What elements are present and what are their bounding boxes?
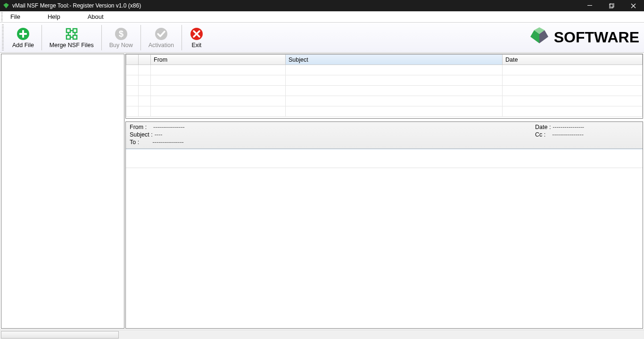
exit-button[interactable]: Exit [183, 24, 210, 52]
detail-subject-value: ---- [155, 131, 163, 138]
toolbar: Add File Merge NSF Files $ Buy Now Activ… [0, 23, 644, 53]
detail-header: From : ---------------- Date : ---------… [126, 122, 643, 149]
column-subject[interactable]: Subject [286, 55, 503, 65]
activation-label: Activation [149, 42, 174, 48]
table-row[interactable] [126, 65, 643, 75]
svg-rect-5 [19, 33, 27, 35]
right-area: From Subject Date From : ---- [125, 54, 643, 329]
svg-rect-0 [587, 5, 592, 6]
detail-to-value: ---------------- [152, 139, 184, 145]
detail-cc-value: ---------------- [552, 131, 584, 138]
buy-now-button[interactable]: $ Buy Now [103, 24, 140, 52]
svg-rect-2 [610, 3, 614, 7]
window-title: vMail NSF Merge Tool:- Register Version … [12, 2, 141, 9]
brand-text: SOFTWARE [554, 29, 639, 46]
svg-rect-8 [66, 35, 70, 39]
menu-file[interactable]: File [4, 11, 27, 22]
merge-button[interactable]: Merge NSF Files [43, 24, 100, 52]
message-grid[interactable]: From Subject Date [125, 54, 643, 119]
table-row[interactable] [126, 106, 643, 117]
merge-label: Merge NSF Files [50, 42, 94, 48]
toolbar-separator [182, 25, 182, 50]
detail-date-value: ---------------- [553, 124, 584, 130]
add-file-button[interactable]: Add File [6, 24, 41, 52]
svg-rect-6 [66, 29, 70, 32]
table-row[interactable] [126, 96, 643, 106]
statusbar [0, 330, 644, 339]
table-row[interactable] [126, 75, 643, 86]
toolbar-grip [2, 24, 4, 51]
minimize-button[interactable] [579, 0, 601, 11]
detail-body [126, 168, 643, 328]
column-icon[interactable] [139, 55, 151, 65]
close-circle-icon [190, 27, 204, 41]
svg-rect-7 [73, 29, 77, 32]
merge-icon [65, 27, 79, 41]
activation-button[interactable]: Activation [142, 24, 181, 52]
menu-help[interactable]: Help [41, 11, 67, 22]
svg-point-12 [155, 28, 167, 40]
detail-to-label: To : [130, 139, 139, 145]
plus-circle-icon [16, 27, 30, 41]
titlebar: vMail NSF Merge Tool:- Register Version … [0, 0, 644, 11]
brand: SOFTWARE [528, 23, 639, 52]
toolbar-separator [140, 25, 141, 50]
detail-date-label: Date : [535, 124, 551, 130]
toolbar-separator [41, 25, 42, 50]
close-button[interactable] [622, 0, 644, 11]
main-area: From Subject Date From : ---- [0, 53, 644, 330]
add-file-label: Add File [12, 42, 34, 48]
detail-toolbar-area [126, 149, 643, 168]
brand-icon [528, 27, 550, 48]
detail-pane: From : ---------------- Date : ---------… [125, 121, 643, 329]
detail-from-label: From : [130, 124, 147, 130]
column-date[interactable]: Date [503, 55, 643, 65]
exit-label: Exit [191, 42, 201, 48]
svg-rect-1 [609, 4, 613, 8]
detail-subject-label: Subject : [130, 131, 153, 138]
column-checkbox[interactable] [126, 55, 139, 65]
menu-about[interactable]: About [81, 11, 110, 22]
tree-pane[interactable] [1, 54, 124, 329]
dollar-circle-icon: $ [114, 27, 128, 41]
table-row[interactable] [126, 86, 643, 96]
detail-cc-label: Cc : [535, 131, 545, 138]
status-cell [1, 331, 119, 339]
svg-text:$: $ [119, 29, 124, 39]
app-icon [3, 2, 9, 9]
menu-grip [1, 12, 3, 22]
menubar: File Help About [0, 11, 644, 23]
buy-now-label: Buy Now [109, 42, 133, 48]
column-from[interactable]: From [151, 55, 286, 65]
detail-from-value: ---------------- [153, 124, 185, 130]
maximize-button[interactable] [601, 0, 622, 11]
toolbar-separator [101, 25, 102, 50]
svg-rect-9 [73, 35, 77, 39]
check-circle-icon [154, 27, 168, 41]
